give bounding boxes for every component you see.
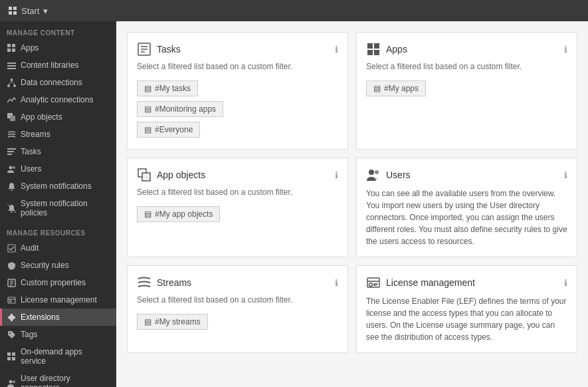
tasks-icon bbox=[7, 147, 16, 156]
svg-line-14 bbox=[9, 81, 12, 84]
filter-btn-my-streams[interactable]: ▤#My streams bbox=[137, 314, 208, 330]
home-icon bbox=[8, 6, 17, 15]
svg-rect-52 bbox=[367, 43, 373, 49]
sidebar-item-on-demand-apps-service[interactable]: On-demand apps service bbox=[0, 343, 116, 370]
sidebar-item-security-rules[interactable]: Security rules bbox=[0, 257, 116, 274]
card-apps-info[interactable]: ℹ bbox=[564, 45, 567, 55]
svg-point-33 bbox=[9, 300, 11, 302]
custom-properties-icon bbox=[7, 278, 16, 287]
svg-point-62 bbox=[369, 283, 373, 287]
sidebar-item-extensions-label: Extensions bbox=[21, 313, 110, 322]
sidebar-item-data-connections-label: Data connections bbox=[21, 78, 110, 87]
card-streams-info[interactable]: ℹ bbox=[335, 278, 338, 288]
svg-rect-53 bbox=[374, 43, 379, 49]
svg-rect-54 bbox=[367, 50, 373, 55]
license-card-icon bbox=[366, 275, 381, 290]
card-streams-header: Streams ℹ bbox=[137, 275, 338, 290]
app-objects-icon bbox=[7, 112, 16, 122]
card-apps: Apps ℹ Select a filtered list based on a… bbox=[356, 32, 577, 150]
main-layout: MANAGE CONTENT Apps Content libraries Da… bbox=[0, 21, 588, 387]
svg-rect-3 bbox=[13, 11, 17, 15]
card-license-management-info[interactable]: ℹ bbox=[564, 278, 567, 288]
sidebar-item-license-management[interactable]: License management bbox=[0, 291, 116, 309]
filter-btn-my-apps[interactable]: ▤#My apps bbox=[366, 80, 426, 96]
svg-point-34 bbox=[9, 332, 11, 334]
sidebar-item-license-management-label: License management bbox=[21, 295, 110, 305]
card-users-header: Users ℹ bbox=[366, 168, 567, 182]
sidebar-item-streams[interactable]: Streams bbox=[0, 126, 116, 143]
filter-btn-my-app-objects[interactable]: ▤#My app objects bbox=[137, 206, 220, 222]
svg-point-40 bbox=[13, 380, 15, 383]
start-menu[interactable]: Start ▾ bbox=[8, 6, 48, 16]
card-users-body: You can see all the available users from… bbox=[366, 188, 567, 247]
card-streams-buttons: ▤#My streams bbox=[137, 311, 338, 332]
sidebar-item-extensions[interactable]: Extensions bbox=[0, 309, 116, 326]
sidebar-item-content-libraries[interactable]: Content libraries bbox=[0, 57, 116, 74]
sidebar-item-app-objects-label: App objects bbox=[21, 112, 110, 122]
sidebar-item-data-connections[interactable]: Data connections bbox=[0, 74, 116, 91]
card-apps-title: Apps bbox=[386, 44, 559, 55]
sidebar-item-app-objects[interactable]: App objects bbox=[0, 108, 116, 126]
data-connections-icon bbox=[7, 78, 16, 87]
sidebar-item-custom-properties[interactable]: Custom properties bbox=[0, 274, 116, 291]
extensions-icon bbox=[7, 313, 16, 322]
sidebar-item-system-notification-policies[interactable]: System notification policies bbox=[0, 195, 116, 221]
content-libraries-icon bbox=[7, 61, 16, 70]
card-apps-buttons: ▤#My apps bbox=[366, 78, 567, 98]
card-tasks-title: Tasks bbox=[157, 44, 330, 55]
sidebar-item-users-label: Users bbox=[21, 164, 110, 174]
card-users-info[interactable]: ℹ bbox=[564, 170, 567, 180]
svg-point-39 bbox=[9, 380, 12, 383]
svg-rect-10 bbox=[7, 68, 16, 69]
svg-rect-9 bbox=[7, 65, 16, 66]
notification-policies-icon bbox=[7, 203, 16, 213]
filter-btn-monitoring-apps[interactable]: ▤#Monitoring apps bbox=[137, 101, 223, 117]
svg-rect-18 bbox=[7, 148, 16, 150]
sidebar-item-analytic-connections-label: Analytic connections bbox=[21, 95, 110, 104]
user-dir-icon bbox=[7, 378, 16, 387]
card-tasks-info[interactable]: ℹ bbox=[335, 45, 338, 55]
sidebar-item-system-notification-policies-label: System notification policies bbox=[21, 199, 110, 217]
sidebar-item-streams-label: Streams bbox=[21, 130, 110, 139]
svg-point-11 bbox=[10, 78, 13, 81]
tasks-card-icon bbox=[137, 42, 151, 57]
card-tasks: Tasks ℹ Select a filtered list based on … bbox=[127, 32, 348, 150]
sidebar-item-users[interactable]: Users bbox=[0, 160, 116, 178]
card-tasks-buttons: ▤#My tasks ▤#Monitoring apps ▤#Everyone bbox=[137, 78, 338, 140]
cards-grid: Tasks ℹ Select a filtered list based on … bbox=[127, 32, 577, 353]
svg-rect-7 bbox=[12, 49, 15, 52]
sidebar-item-on-demand-apps-service-label: On-demand apps service bbox=[21, 347, 110, 366]
filter-icon: ▤ bbox=[144, 125, 151, 134]
card-apps-subtitle: Select a filtered list based on a custom… bbox=[366, 62, 567, 71]
filter-btn-everyone[interactable]: ▤#Everyone bbox=[137, 122, 200, 138]
svg-rect-36 bbox=[12, 352, 15, 356]
card-users-title: Users bbox=[386, 170, 559, 180]
svg-rect-37 bbox=[7, 357, 11, 360]
filter-btn-my-tasks[interactable]: ▤#My tasks bbox=[137, 80, 198, 96]
notifications-icon bbox=[7, 182, 16, 191]
sidebar-item-tags[interactable]: Tags bbox=[0, 326, 116, 343]
svg-point-59 bbox=[375, 170, 379, 174]
section-header-manage-resources: MANAGE RESOURCES bbox=[0, 224, 116, 239]
sidebar: MANAGE CONTENT Apps Content libraries Da… bbox=[0, 21, 116, 387]
svg-rect-6 bbox=[7, 49, 11, 52]
sidebar-item-user-directory-connectors[interactable]: User directory connectors bbox=[0, 370, 116, 387]
card-apps-header: Apps ℹ bbox=[366, 42, 567, 57]
filter-icon: ▤ bbox=[144, 104, 151, 114]
card-license-management-body: The License Enabler File (LEF) defines t… bbox=[366, 295, 567, 343]
filter-icon: ▤ bbox=[373, 84, 381, 93]
sidebar-item-security-rules-label: Security rules bbox=[21, 261, 110, 270]
sidebar-item-tasks[interactable]: Tasks bbox=[0, 143, 116, 160]
audit-icon bbox=[7, 243, 16, 253]
users-card-icon bbox=[366, 168, 381, 182]
sidebar-item-apps[interactable]: Apps bbox=[0, 39, 116, 57]
sidebar-item-audit[interactable]: Audit bbox=[0, 239, 116, 257]
sidebar-item-analytic-connections[interactable]: Analytic connections bbox=[0, 91, 116, 108]
card-app-objects-info[interactable]: ℹ bbox=[335, 170, 338, 180]
sidebar-item-system-notifications[interactable]: System notifications bbox=[0, 178, 116, 195]
svg-rect-31 bbox=[8, 297, 15, 303]
svg-line-15 bbox=[11, 81, 15, 84]
card-streams: Streams ℹ Select a filtered list based o… bbox=[127, 265, 348, 353]
analytic-connections-icon bbox=[7, 95, 16, 104]
svg-rect-17 bbox=[10, 116, 15, 121]
